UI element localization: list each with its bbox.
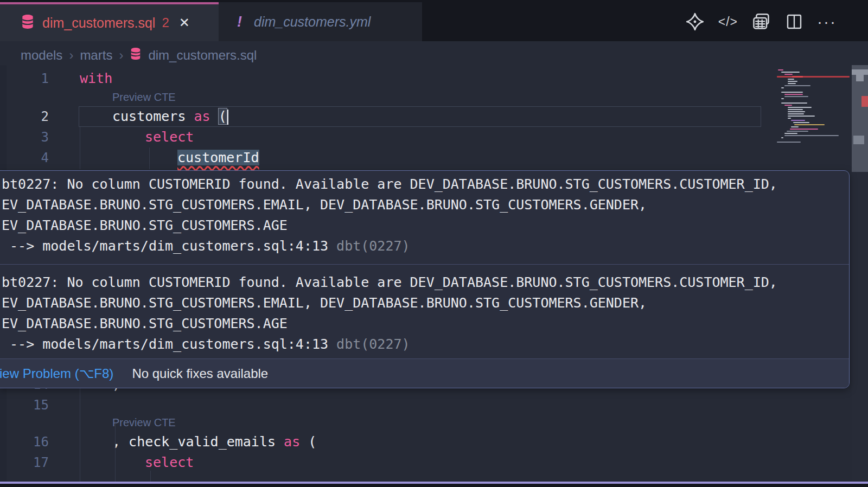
text-cursor [227,110,228,125]
close-icon[interactable]: ✕ [179,15,190,30]
overview-ruler-marker [853,136,864,144]
minimap-line [794,124,825,125]
error-identifier-customerid[interactable]: customerId [177,150,259,165]
error-message-line: EV_DATABASE.BRUNO.STG_CUSTOMERS.AGE [2,313,849,334]
tab-dim-customers-sql[interactable]: dim_customers.sql 2 ✕ [0,2,219,41]
minimap-line [784,133,797,134]
chevron-right-icon: › [69,48,73,63]
minimap-line [788,81,797,82]
code-line-4[interactable]: 4 customerId [0,148,776,168]
more-actions-icon[interactable]: ··· [817,16,837,27]
line-number: 16 [0,432,49,452]
keyword-select: select [145,129,194,145]
minimap-line [784,96,808,97]
indent-guide [80,388,80,482]
diagnostic-block-1: bt0227: No column CUSTOMERID found. Avai… [0,171,849,264]
minimap-line [781,137,783,138]
code-line-1[interactable]: 1 with [0,68,776,89]
minimap-line [781,102,807,104]
minimap-line [784,94,803,95]
error-message-line: bt0227: No column CUSTOMERID found. Avai… [2,174,849,195]
line-number: 4 [0,148,49,168]
indent-guide [149,148,150,169]
minimap-line [790,129,818,130]
chevron-right-icon: › [119,48,123,63]
minimap-error-highlight [792,76,803,78]
keyword-as: as [194,108,219,124]
minimap-line [788,83,796,84]
minimap-line [788,107,812,108]
overview-ruler-marker [861,96,868,107]
minimap-line [788,79,794,80]
line-number: 17 [0,452,49,473]
error-hover-popup: bt0227: No column CUSTOMERID found. Avai… [0,170,850,388]
error-location: --> models/marts/dim_customers.sql:4:13 [2,238,336,254]
cte-name: , check_valid_emails [112,434,284,450]
keyword-select: select [145,454,194,470]
error-message-line: bt0227: No column CUSTOMERID found. Avai… [2,272,849,293]
codelens-preview-cte[interactable]: Preview CTE [112,89,176,105]
indent-guide [115,423,116,482]
minimap-line [788,111,805,112]
indent-guide [80,127,80,169]
dbt-icon[interactable] [686,12,704,31]
minimap-line [781,72,800,73]
error-source-code: dbt(0227) [336,238,410,254]
minimap-line [791,126,799,127]
keyword-with: with [80,71,112,86]
minimap-line [784,135,839,136]
scrollbar-thumb[interactable] [852,65,868,172]
error-message-line: EV_DATABASE.BRUNO.STG_CUSTOMERS.EMAIL, D… [2,195,849,215]
minimap-line [784,105,792,106]
error-message-line: EV_DATABASE.BRUNO.STG_CUSTOMERS.AGE [2,215,849,236]
editor-actions: </> ··· [686,2,837,41]
breadcrumb-file[interactable]: dim_customers.sql [148,48,257,63]
breadcrumb-models[interactable]: models [21,48,62,63]
split-editor-icon[interactable] [786,13,803,30]
minimap-line [781,98,784,99]
tab-problem-count: 2 [162,15,169,30]
line-number: 2 [0,106,49,127]
minimap-line [777,76,850,78]
cte-name: customers [112,108,194,124]
line-number: 15 [0,395,49,415]
minimap-line [784,85,810,86]
code-line-2[interactable]: 2 customers as ( [0,106,776,127]
view-problem-link[interactable]: iew Problem (⌥F8) [0,366,113,381]
diagnostic-block-2: bt0227: No column CUSTOMERID found. Avai… [0,265,849,362]
open-paren: ( [308,434,316,450]
query-results-icon[interactable] [752,12,771,31]
popup-status-bar: iew Problem (⌥F8) No quick fixes availab… [0,358,849,388]
code-line-17[interactable]: 17 select [0,452,776,473]
minimap-line [784,74,793,75]
warning-bang-icon: ! [237,14,242,30]
error-location: --> models/marts/dim_customers.sql:4:13 [2,336,336,352]
open-paren: ( [219,108,227,124]
minimap[interactable] [777,67,850,130]
code-line-15[interactable]: 15 [0,395,776,415]
minimap-line [788,113,804,114]
minimap-line [778,69,783,71]
tab-filename: dim_customers.sql [42,15,155,31]
minimap-line [787,131,808,132]
keyword-as: as [284,434,308,450]
compiled-code-icon[interactable]: </> [718,15,738,29]
code-line-3[interactable]: 3 select [0,127,776,148]
overview-ruler-marker [856,75,864,81]
line-number: 3 [0,127,49,148]
codelens-preview-cte[interactable]: Preview CTE [112,414,176,431]
tab-filename: dim_customers.yml [254,14,371,30]
tab-bar: dim_customers.sql 2 ✕ ! dim_customers.ym… [0,0,868,41]
minimap-line [788,116,815,117]
minimap-line [781,87,784,88]
minimap-line [793,122,809,123]
minimap-line [788,118,791,119]
vscode-window: dim_customers.sql 2 ✕ ! dim_customers.ym… [0,0,868,487]
error-source-code: dbt(0227) [336,336,410,352]
minimap-line [791,120,805,121]
breadcrumb: models › marts › dim_customers.sql [21,46,257,65]
tab-dim-customers-yml[interactable]: ! dim_customers.yml [219,2,422,41]
code-line-16[interactable]: 16 , check_valid_emails as ( [0,432,776,452]
breadcrumb-marts[interactable]: marts [80,48,112,63]
indent-guide [150,471,151,482]
